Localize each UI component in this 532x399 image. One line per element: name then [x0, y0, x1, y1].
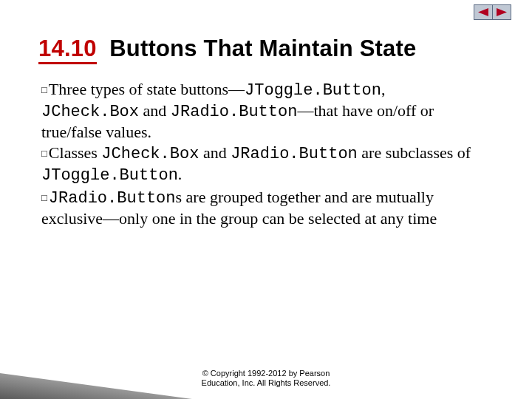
code-text: JCheck.Box	[101, 145, 199, 163]
arrow-right-icon	[497, 8, 507, 16]
copyright: © Copyright 1992-2012 by Pearson Educati…	[0, 369, 532, 389]
svg-marker-0	[478, 8, 488, 16]
slide-body: □Three types of state buttons—JToggle.Bu…	[41, 80, 483, 231]
body-text: Classes	[49, 143, 102, 162]
slide-title: 14.10 Buttons That Maintain State	[38, 35, 417, 64]
slide: 14.10 Buttons That Maintain State □Three…	[0, 0, 532, 399]
bullet-item: □Three types of state buttons—JToggle.Bu…	[41, 80, 483, 142]
nav-prev-button[interactable]	[474, 4, 493, 20]
body-text: ,	[381, 80, 386, 98]
bullet-item: □Classes JCheck.Box and JRadio.Button ar…	[41, 143, 483, 186]
nav-buttons	[474, 4, 511, 20]
code-text: JRadio.Button	[231, 145, 358, 163]
bullet-marker: □	[41, 148, 47, 159]
copyright-line1: © Copyright 1992-2012 by Pearson	[202, 369, 330, 378]
body-text: Three types of state buttons—	[49, 80, 245, 98]
nav-next-button[interactable]	[492, 4, 511, 20]
body-text: and	[139, 101, 171, 120]
svg-marker-1	[497, 8, 507, 16]
bullet-marker: □	[41, 84, 47, 95]
title-text: Buttons That Maintain State	[109, 35, 416, 61]
body-text: are subclasses of	[358, 143, 471, 162]
copyright-line2: Education, Inc. All Rights Reserved.	[202, 378, 331, 387]
body-text: and	[199, 143, 231, 162]
body-text: .	[178, 165, 183, 183]
code-text: JToggle.Button	[245, 81, 381, 100]
bullet-item: □JRadio.Buttons are grouped together and…	[41, 188, 483, 229]
code-text: JRadio.Button	[49, 189, 176, 208]
section-number: 14.10	[38, 37, 97, 64]
code-text: JRadio.Button	[171, 103, 298, 121]
arrow-left-icon	[478, 8, 488, 16]
code-text: JToggle.Button	[41, 166, 178, 185]
bullet-marker: □	[41, 192, 47, 203]
code-text: JCheck.Box	[41, 103, 139, 121]
